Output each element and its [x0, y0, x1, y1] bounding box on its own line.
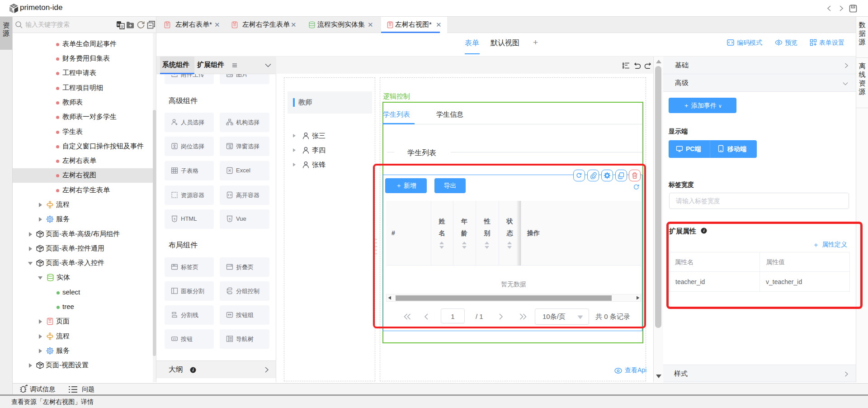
- svg-text:Tab: Tab: [173, 265, 175, 266]
- svg-text:5: 5: [174, 218, 175, 221]
- svg-text:BTN: BTN: [228, 314, 231, 316]
- svg-text:5: 5: [229, 218, 231, 221]
- svg-text:BTN: BTN: [173, 338, 176, 340]
- svg-text:文: 文: [120, 24, 124, 29]
- svg-text:i: i: [193, 367, 194, 372]
